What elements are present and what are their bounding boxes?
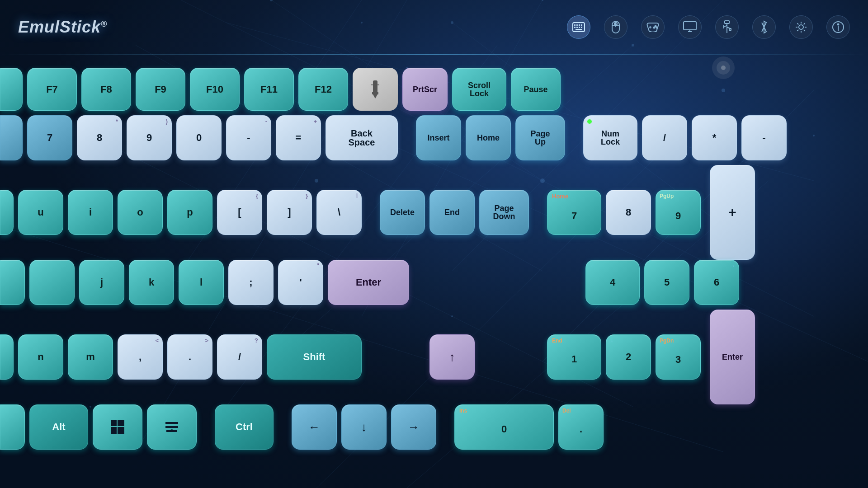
svg-marker-75: [373, 94, 377, 99]
key-n[interactable]: n: [18, 334, 63, 380]
key-close-bracket[interactable]: } ]: [267, 190, 312, 235]
key-enter[interactable]: Enter: [328, 260, 409, 305]
key-j[interactable]: j: [79, 260, 124, 305]
key-partial-3[interactable]: [0, 190, 14, 235]
key-menu[interactable]: [147, 404, 197, 450]
key-num6[interactable]: → 6: [694, 260, 739, 305]
key-pageup[interactable]: PageUp: [515, 115, 565, 160]
key-partial-5[interactable]: [0, 334, 14, 380]
key-backspace[interactable]: BackSpace: [326, 115, 398, 160]
key-backslash[interactable]: | \: [316, 190, 362, 235]
key-num0[interactable]: Ins 0: [454, 404, 554, 450]
key-num7[interactable]: Home 7: [547, 190, 601, 235]
key-arrow-up[interactable]: ↑: [429, 334, 475, 380]
key-slash[interactable]: ? /: [217, 334, 262, 380]
key-semicolon[interactable]: ;: [228, 260, 274, 305]
key-arrow-down[interactable]: ↓: [341, 404, 387, 450]
svg-point-69: [799, 25, 803, 29]
keyboard-area: F7 F8 F9 F10 F11 F12 PrtScr: [0, 59, 868, 488]
key-pagedown[interactable]: PageDown: [479, 190, 529, 235]
monitor-icon-btn[interactable]: [678, 15, 702, 39]
svg-rect-73: [373, 80, 377, 93]
key-num8[interactable]: 8: [606, 190, 651, 235]
keyboard-icon-btn[interactable]: [567, 15, 590, 39]
key-f10[interactable]: F10: [190, 68, 240, 111]
trademark: ®: [101, 19, 107, 28]
key-partial-4[interactable]: [0, 260, 25, 305]
key-f12[interactable]: F12: [298, 68, 348, 111]
key-num9[interactable]: PgUp 9: [656, 190, 701, 235]
key-p[interactable]: p: [167, 190, 212, 235]
key-f6-partial[interactable]: [0, 68, 23, 111]
key-num-plus[interactable]: +: [710, 165, 755, 260]
key-prtscr[interactable]: PrtScr: [402, 68, 448, 111]
key-num2[interactable]: ↓ 2: [606, 334, 651, 380]
key-i[interactable]: i: [68, 190, 113, 235]
usb-icon-btn[interactable]: [715, 15, 739, 39]
svg-rect-44: [579, 24, 580, 26]
toolbar-icons: [567, 15, 850, 39]
key-num-asterisk[interactable]: *: [692, 115, 737, 160]
key-7[interactable]: 7: [27, 115, 72, 160]
key-numlock[interactable]: NumLock: [583, 115, 637, 160]
key-arrow-right[interactable]: →: [391, 404, 436, 450]
key-partial-6[interactable]: [0, 404, 25, 450]
key-quote[interactable]: " ': [278, 260, 323, 305]
key-ctrl-right[interactable]: Ctrl: [215, 404, 274, 450]
key-8[interactable]: * 8: [77, 115, 122, 160]
number-key-row: 7 * 8 ) 9 0 - - + = BackSpace Insert H: [5, 115, 863, 160]
key-o[interactable]: o: [118, 190, 163, 235]
key-end[interactable]: End: [429, 190, 475, 235]
key-num4[interactable]: ← 4: [585, 260, 640, 305]
key-9[interactable]: ) 9: [127, 115, 172, 160]
svg-rect-50: [576, 29, 582, 30]
settings-icon-btn[interactable]: [789, 15, 813, 39]
key-scroll-lock[interactable]: ScrollLock: [452, 68, 506, 111]
nm-key-row: n m < , > . ? / Shift ↑ End: [5, 310, 863, 404]
key-comma[interactable]: < ,: [118, 334, 163, 380]
bottom-key-row: Alt Ctrl ←: [5, 404, 863, 450]
key-pause[interactable]: Pause: [511, 68, 561, 111]
key-num-slash[interactable]: /: [642, 115, 687, 160]
key-minus[interactable]: - -: [226, 115, 271, 160]
key-macro[interactable]: [353, 68, 398, 111]
key-num1[interactable]: End 1: [547, 334, 601, 380]
svg-rect-80: [111, 427, 117, 434]
key-num-enter[interactable]: Enter: [710, 310, 755, 404]
key-alt[interactable]: Alt: [29, 404, 88, 450]
key-h-partial[interactable]: [29, 260, 75, 305]
mouse-icon-btn[interactable]: [604, 15, 627, 39]
key-win[interactable]: [93, 404, 142, 450]
key-equals[interactable]: + =: [276, 115, 321, 160]
key-arrow-left[interactable]: ←: [292, 404, 337, 450]
key-delete[interactable]: Delete: [380, 190, 425, 235]
key-k[interactable]: k: [129, 260, 174, 305]
key-insert[interactable]: Insert: [416, 115, 461, 160]
gamepad-icon-btn[interactable]: [641, 15, 665, 39]
key-shift-right[interactable]: Shift: [267, 334, 362, 380]
key-home[interactable]: Home: [466, 115, 511, 160]
key-open-bracket[interactable]: { [: [217, 190, 262, 235]
svg-rect-78: [111, 420, 117, 426]
svg-rect-60: [684, 22, 696, 30]
key-num-minus[interactable]: -: [741, 115, 787, 160]
key-num-dot[interactable]: Del .: [558, 404, 604, 450]
key-f9[interactable]: F9: [136, 68, 185, 111]
header-divider: [0, 54, 868, 55]
key-f11[interactable]: F11: [244, 68, 294, 111]
key-0[interactable]: 0: [176, 115, 222, 160]
key-u[interactable]: u: [18, 190, 63, 235]
key-m[interactable]: m: [68, 334, 113, 380]
key-f8[interactable]: F8: [81, 68, 131, 111]
bluetooth-icon-btn[interactable]: [752, 15, 776, 39]
uiop-key-row: u i o p { [ } ] | \ Delete End: [5, 165, 863, 260]
svg-rect-81: [118, 427, 124, 434]
key-6-partial[interactable]: [0, 115, 23, 160]
key-num3[interactable]: PgDn 3: [656, 334, 701, 380]
key-l[interactable]: l: [179, 260, 224, 305]
info-icon-btn[interactable]: [826, 15, 850, 39]
key-period[interactable]: > .: [167, 334, 212, 380]
key-num5[interactable]: 5: [644, 260, 689, 305]
svg-rect-47: [576, 27, 578, 28]
key-f7[interactable]: F7: [27, 68, 77, 111]
